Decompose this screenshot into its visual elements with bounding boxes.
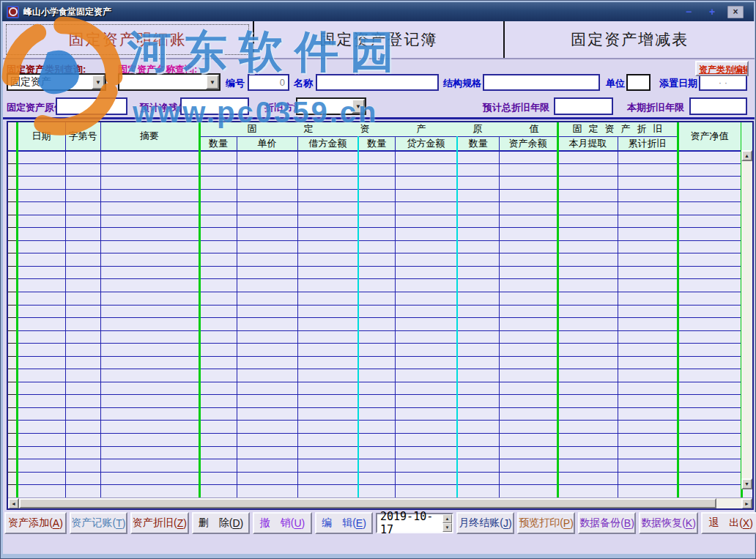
table-cell[interactable] <box>457 292 499 306</box>
table-cell[interactable] <box>100 344 199 357</box>
spec-field[interactable] <box>483 74 600 91</box>
row-selector[interactable] <box>8 330 17 344</box>
table-cell[interactable] <box>678 228 741 241</box>
table-cell[interactable] <box>499 228 557 241</box>
table-cell[interactable] <box>457 446 499 459</box>
row-selector[interactable] <box>8 318 17 331</box>
category-query-select[interactable]: 固定资产 ▼ <box>7 73 106 91</box>
table-cell[interactable] <box>65 330 100 344</box>
table-cell[interactable] <box>199 305 237 318</box>
table-cell[interactable] <box>297 177 358 190</box>
table-cell[interactable] <box>199 177 237 190</box>
table-cell[interactable] <box>618 369 678 382</box>
table-cell[interactable] <box>395 266 457 279</box>
asset-depreciation-button[interactable]: 资产折旧(Z) <box>130 512 189 534</box>
table-cell[interactable] <box>395 228 457 241</box>
table-cell[interactable] <box>499 330 557 344</box>
table-cell[interactable] <box>395 177 457 190</box>
row-selector[interactable] <box>8 253 17 267</box>
row-selector[interactable] <box>8 459 17 473</box>
table-cell[interactable] <box>237 253 297 267</box>
row-selector[interactable] <box>8 279 17 292</box>
row-selector[interactable] <box>8 228 17 241</box>
row-selector[interactable] <box>8 472 17 485</box>
table-cell[interactable] <box>297 421 358 434</box>
table-cell[interactable] <box>17 395 65 408</box>
table-cell[interactable] <box>499 266 557 279</box>
table-cell[interactable] <box>395 151 457 164</box>
horizontal-scrollbar[interactable]: ◄ ► <box>8 497 752 508</box>
table-cell[interactable] <box>199 163 237 177</box>
table-cell[interactable] <box>499 279 557 292</box>
table-cell[interactable] <box>17 382 65 395</box>
table-cell[interactable] <box>457 189 499 202</box>
table-cell[interactable] <box>499 485 557 498</box>
table-cell[interactable] <box>65 202 100 215</box>
unit-field[interactable] <box>626 74 651 91</box>
table-cell[interactable] <box>17 253 65 267</box>
table-cell[interactable] <box>297 266 358 279</box>
table-cell[interactable] <box>395 382 457 395</box>
table-cell[interactable] <box>557 369 618 382</box>
table-cell[interactable] <box>237 421 297 434</box>
data-restore-button[interactable]: 数据恢复(K) <box>639 512 698 534</box>
table-cell[interactable] <box>358 344 395 357</box>
undo-button[interactable]: 撤 销(U) <box>253 512 312 534</box>
table-cell[interactable] <box>358 330 395 344</box>
table-cell[interactable] <box>358 434 395 447</box>
table-cell[interactable] <box>618 344 678 357</box>
row-selector[interactable] <box>8 421 17 434</box>
table-cell[interactable] <box>557 382 618 395</box>
table-cell[interactable] <box>297 202 358 215</box>
table-cell[interactable] <box>499 446 557 459</box>
table-cell[interactable] <box>557 163 618 177</box>
table-cell[interactable] <box>237 202 297 215</box>
table-cell[interactable] <box>557 459 618 473</box>
table-cell[interactable] <box>499 472 557 485</box>
table-cell[interactable] <box>557 305 618 318</box>
spinner-up-icon[interactable]: ▲ <box>442 514 452 523</box>
row-selector[interactable] <box>8 395 17 408</box>
table-cell[interactable] <box>100 395 199 408</box>
table-cell[interactable] <box>358 407 395 421</box>
table-cell[interactable] <box>100 459 199 473</box>
table-cell[interactable] <box>237 485 297 498</box>
table-cell[interactable] <box>17 292 65 306</box>
table-cell[interactable] <box>237 472 297 485</box>
table-cell[interactable] <box>199 472 237 485</box>
table-cell[interactable] <box>297 369 358 382</box>
table-cell[interactable] <box>297 356 358 369</box>
table-cell[interactable] <box>618 395 678 408</box>
table-cell[interactable] <box>499 202 557 215</box>
table-cell[interactable] <box>358 395 395 408</box>
table-cell[interactable] <box>199 344 237 357</box>
table-cell[interactable] <box>557 434 618 447</box>
table-cell[interactable] <box>395 240 457 253</box>
table-cell[interactable] <box>358 446 395 459</box>
table-cell[interactable] <box>17 266 65 279</box>
table-cell[interactable] <box>199 253 237 267</box>
table-cell[interactable] <box>237 407 297 421</box>
table-cell[interactable] <box>65 266 100 279</box>
table-cell[interactable] <box>557 395 618 408</box>
scroll-up-icon[interactable]: ▲ <box>741 150 752 161</box>
table-cell[interactable] <box>100 407 199 421</box>
table-cell[interactable] <box>65 240 100 253</box>
table-cell[interactable] <box>457 151 499 164</box>
table-cell[interactable] <box>297 305 358 318</box>
table-cell[interactable] <box>678 240 741 253</box>
table-cell[interactable] <box>395 407 457 421</box>
table-cell[interactable] <box>237 240 297 253</box>
table-cell[interactable] <box>297 215 358 228</box>
table-cell[interactable] <box>65 279 100 292</box>
spinner-down-icon[interactable]: ▼ <box>442 523 452 532</box>
table-cell[interactable] <box>457 330 499 344</box>
row-selector[interactable] <box>8 151 17 164</box>
table-cell[interactable] <box>618 472 678 485</box>
table-cell[interactable] <box>499 434 557 447</box>
table-cell[interactable] <box>678 330 741 344</box>
table-cell[interactable] <box>557 318 618 331</box>
table-cell[interactable] <box>395 446 457 459</box>
table-cell[interactable] <box>237 382 297 395</box>
table-cell[interactable] <box>237 215 297 228</box>
